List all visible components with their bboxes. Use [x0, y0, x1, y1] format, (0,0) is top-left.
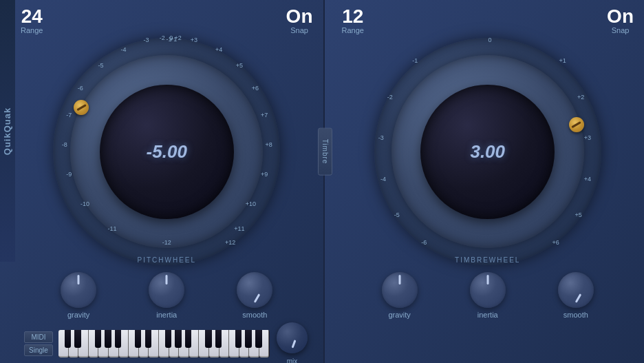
right-smooth-label: smooth	[564, 311, 588, 319]
piano-white-key-2[interactable]	[69, 330, 79, 357]
left-gravity-label: gravity	[67, 311, 89, 319]
left-snap-label: Snap	[286, 26, 313, 34]
mix-knob[interactable]	[277, 322, 308, 353]
panels-container: 24 Range On Snap	[0, 0, 644, 363]
rtick-1r: +1	[559, 57, 566, 64]
piano-white-key-20[interactable]	[249, 330, 259, 357]
rtick-minus6: -6	[421, 239, 427, 246]
tick-12: +12	[225, 239, 235, 246]
left-range-value: 24	[21, 7, 43, 26]
rtick-5l: -5	[394, 211, 400, 218]
left-bottom-section: MIDI Single	[21, 322, 313, 363]
piano-white-key-12[interactable]	[169, 330, 180, 357]
timbre-button[interactable]: Timbre	[318, 128, 332, 176]
piano-white-key-8[interactable]	[129, 330, 139, 357]
rtick-5r: +5	[575, 211, 582, 218]
right-inner-knob[interactable]: 3.00	[420, 85, 555, 219]
right-range-label: Range	[342, 26, 364, 34]
piano-white-key-10[interactable]	[149, 330, 159, 357]
piano-white-key-15[interactable]	[199, 330, 209, 357]
tick-7r: +7	[261, 112, 268, 118]
right-inertia-label: inertia	[477, 311, 498, 319]
left-controls: gravity inertia smooth	[21, 269, 313, 322]
piano-white-key-9[interactable]	[139, 330, 149, 357]
left-display-value: -5.00	[147, 141, 187, 163]
tick-11r: +11	[234, 225, 244, 232]
piano-keyboard[interactable]	[58, 330, 270, 357]
right-display-value: 3.00	[470, 141, 505, 163]
left-smooth-label: smooth	[242, 311, 267, 319]
right-controls: gravity inertia smooth	[342, 269, 634, 322]
tick-5r: +5	[236, 62, 243, 69]
piano-white-key-17[interactable]	[219, 330, 230, 357]
right-snap-value: On	[607, 7, 634, 26]
tick-2l: -2	[160, 34, 165, 41]
piano-white-key-4[interactable]	[89, 330, 99, 357]
right-wheel-container: 3.00 -6 +6 -5 +5 -4 +4 -3 +3 -2 +2	[342, 38, 634, 265]
rtick-6: +6	[552, 239, 559, 246]
tick-4l: -4	[121, 46, 127, 53]
single-button[interactable]: Single	[24, 344, 53, 356]
right-inertia-group: inertia	[470, 272, 506, 319]
tick-9l: -9	[66, 171, 72, 178]
right-wheel-wrapper[interactable]: 3.00 -6 +6 -5 +5 -4 +4 -3 +3 -2 +2	[374, 38, 601, 265]
tick-8r: +8	[266, 141, 272, 148]
tick-11l: -11	[108, 225, 117, 232]
right-panel: 12 Range On Snap 3.00	[325, 0, 645, 363]
tick-5l: -5	[98, 62, 104, 69]
right-screw	[569, 117, 584, 132]
piano-white-key-3[interactable]	[78, 330, 89, 357]
right-inertia-knob[interactable]	[470, 272, 506, 308]
right-smooth-group: smooth	[558, 272, 594, 319]
rtick-2l: -2	[387, 94, 393, 101]
piano-white-key-21[interactable]	[259, 330, 270, 357]
piano-white-key-19[interactable]	[239, 330, 250, 357]
left-snap-value: On	[286, 7, 313, 26]
tick-3r: +3	[191, 37, 197, 43]
piano-white-key-7[interactable]	[119, 330, 129, 357]
piano-white-key-14[interactable]	[189, 330, 200, 357]
left-outer-ring[interactable]: -5.00	[53, 38, 280, 265]
tick-6r: +6	[252, 85, 259, 92]
tick-4r: +4	[215, 46, 222, 53]
right-range-block[interactable]: 12 Range	[342, 7, 364, 34]
right-gravity-label: gravity	[388, 311, 410, 319]
rtick-0: 0	[489, 37, 492, 43]
left-range-block[interactable]: 24 Range	[21, 7, 43, 34]
piano-white-key-13[interactable]	[179, 330, 189, 357]
mix-label: mix	[287, 357, 298, 363]
left-panel: 24 Range On Snap	[0, 0, 325, 363]
left-inertia-knob[interactable]	[149, 272, 184, 308]
left-snap-block[interactable]: On Snap	[286, 7, 313, 34]
tick-10l: -10	[80, 200, 89, 207]
right-outer-ring[interactable]: 3.00	[374, 38, 601, 265]
left-wheel-container: -5.00 -12 +12 -11 +11 -10 +10 -9 +9 -8	[21, 38, 313, 265]
mix-group: mix	[275, 322, 310, 363]
midi-button[interactable]: MIDI	[24, 331, 53, 343]
rtick-2r: +2	[577, 94, 584, 101]
right-smooth-knob[interactable]	[558, 272, 594, 308]
left-inner-knob[interactable]: -5.00	[100, 85, 234, 219]
piano-white-key-11[interactable]	[159, 330, 169, 357]
left-gravity-knob[interactable]	[61, 272, 96, 308]
left-smooth-knob[interactable]	[237, 272, 272, 308]
right-snap-block[interactable]: On Snap	[607, 7, 634, 34]
right-range-value: 12	[342, 7, 364, 26]
midi-single-block: MIDI Single	[24, 331, 53, 356]
left-panel-header: 24 Range On Snap	[21, 7, 313, 34]
piano-white-key-18[interactable]	[229, 330, 239, 357]
main-container: QuikQuak 24 Range On Snap	[0, 0, 644, 363]
piano-white-key-16[interactable]	[209, 330, 219, 357]
rtick-4r: +4	[584, 176, 591, 183]
right-gravity-group: gravity	[382, 272, 418, 319]
right-spacer	[342, 322, 634, 356]
piano-white-key-6[interactable]	[109, 330, 119, 357]
piano-white-key-5[interactable]	[98, 330, 109, 357]
right-gravity-knob[interactable]	[382, 272, 418, 308]
rtick-3l: -3	[378, 134, 384, 141]
right-wheel-label: TimbreWheel	[455, 256, 520, 264]
app-sidebar: QuikQuak	[0, 0, 15, 262]
piano-white-key-1[interactable]	[58, 330, 69, 357]
left-wheel-wrapper[interactable]: -5.00 -12 +12 -11 +11 -10 +10 -9 +9 -8	[53, 38, 280, 265]
rtick-3r: +3	[584, 134, 591, 141]
